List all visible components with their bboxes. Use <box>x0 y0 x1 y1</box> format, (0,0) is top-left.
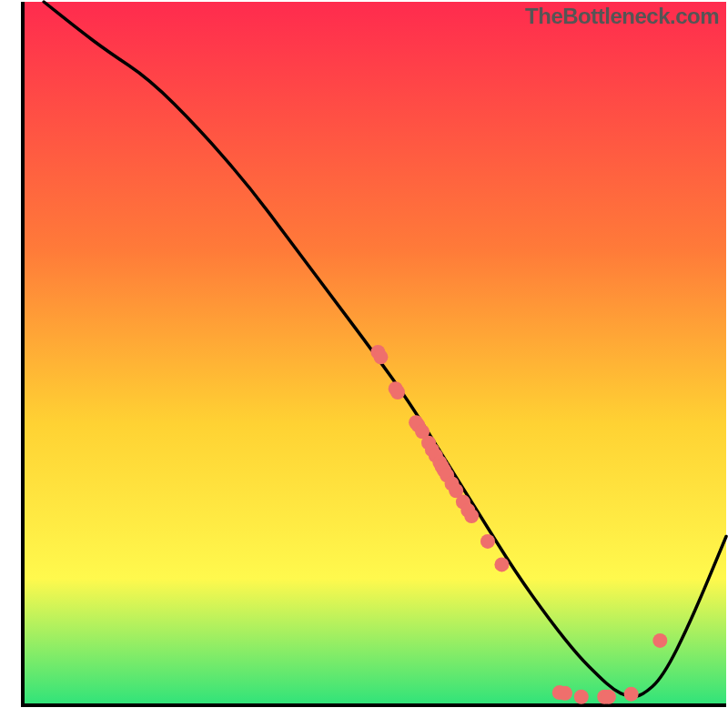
data-point <box>373 349 388 364</box>
data-point <box>652 633 667 648</box>
data-point <box>602 690 616 704</box>
data-point <box>390 385 405 399</box>
bottleneck-curve-chart <box>0 0 728 728</box>
watermark-text: TheBottleneck.com <box>525 4 719 29</box>
data-point <box>464 509 479 523</box>
data-point <box>624 687 639 702</box>
chart-container: TheBottleneck.com <box>0 0 728 728</box>
data-point <box>480 534 495 549</box>
data-point <box>574 690 589 704</box>
data-point <box>558 686 572 701</box>
data-point <box>494 557 509 571</box>
